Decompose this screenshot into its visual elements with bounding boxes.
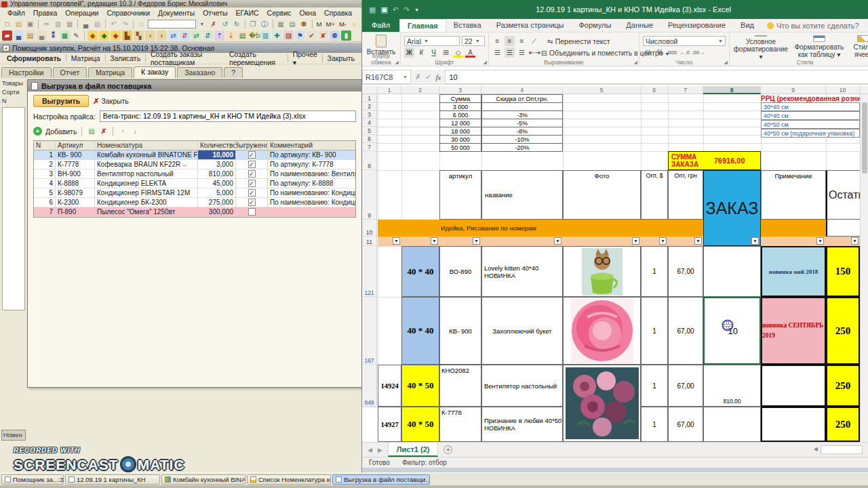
toolbar-icon[interactable]: ✔	[307, 30, 317, 41]
toolbar-icon[interactable]: ⚉	[330, 30, 340, 41]
tab-home[interactable]: Главная	[399, 19, 446, 32]
tab-view[interactable]: Вид	[733, 19, 762, 32]
search-clear-icon[interactable]: ✗	[209, 19, 219, 29]
borders-button[interactable]: ⊞	[441, 47, 451, 58]
cell-name[interactable]: Признание в любви 40*50 НОВИНКА	[481, 407, 563, 442]
toolbar-icon[interactable]: ◆	[111, 30, 121, 41]
qat-customize-icon[interactable]: ▼	[414, 7, 419, 12]
filter-dropdown-icon[interactable]: ▼	[473, 237, 480, 245]
name-box[interactable]: R167C8▼	[362, 70, 411, 84]
cell-order[interactable]	[703, 407, 761, 442]
toolbar-icon[interactable]: ▤	[25, 30, 35, 41]
toolbar-icon[interactable]: ✚	[272, 30, 282, 41]
add-button[interactable]: Добавить	[45, 127, 77, 136]
hdr-photo[interactable]: Фото	[563, 170, 641, 220]
hdr-name[interactable]: название	[481, 170, 563, 220]
cell[interactable]: -20%	[481, 143, 563, 152]
cell-opt-grn[interactable]: 67,00	[668, 246, 703, 297]
menu-file[interactable]: Файл	[4, 9, 28, 17]
search-dropdown-icon[interactable]: ▼	[197, 19, 208, 29]
dialog-launcher-icon[interactable]: ◢	[634, 60, 637, 65]
table-row[interactable]: 2К-7778Кофеварка BRAUN KF22R→3,000✓По ар…	[34, 160, 355, 169]
upload-button[interactable]: Выгрузить	[33, 95, 89, 107]
menu-reports[interactable]: Отчеты	[199, 9, 231, 17]
tip-icon[interactable]: ☼	[349, 19, 359, 29]
cut-icon[interactable]: ✂	[41, 19, 52, 29]
cell-note[interactable]: новинка СЕНТЯБРЬ 2019	[761, 297, 826, 365]
col-comment[interactable]: Комментарий	[268, 141, 355, 150]
align-middle-button[interactable]: ≡	[505, 36, 515, 46]
row-header[interactable]: 6	[362, 135, 377, 143]
toolbar-icon[interactable]: ▮	[341, 30, 351, 41]
column-header[interactable]: 5	[563, 86, 641, 94]
cell-opt-usd[interactable]: 1	[641, 365, 668, 407]
font-name-combo[interactable]: Arial▼	[404, 36, 460, 46]
toolbar-icon[interactable]: ⇵	[180, 30, 190, 41]
window-icon[interactable]: ❐	[248, 19, 258, 29]
new-doc-icon[interactable]: □	[2, 19, 12, 29]
row-header[interactable]: 121	[362, 246, 377, 297]
exported-checkbox[interactable]: ✓	[248, 180, 256, 187]
filter-dropdown-icon[interactable]: ▼	[816, 237, 824, 245]
tab-data[interactable]: Данные	[618, 19, 660, 32]
row-header[interactable]: 7	[362, 143, 377, 151]
cell-size[interactable]: 40*40 см	[761, 111, 860, 120]
formula-input[interactable]: 10	[445, 70, 868, 84]
dialog-launcher-icon[interactable]: ◢	[724, 60, 728, 65]
cell[interactable]	[826, 220, 860, 237]
column-header[interactable]: 7	[668, 86, 703, 94]
cmd-create-moves-button[interactable]: Создать перемещения	[225, 49, 287, 67]
tab-settings[interactable]: Настройки	[1, 67, 52, 78]
tab-ordered[interactable]: Заказано	[177, 67, 222, 78]
toolbar-icon[interactable]: ⇄	[168, 30, 178, 41]
fill-color-button[interactable]: ◇	[453, 47, 463, 58]
filter-dropdown-icon[interactable]: ▼	[659, 237, 667, 245]
redo-icon[interactable]: ↷	[120, 19, 130, 29]
tell-me-box[interactable]: Что вы хотите сделать?	[762, 19, 865, 32]
row-header[interactable]: 5	[362, 127, 377, 135]
exported-checkbox[interactable]: ✓	[248, 161, 256, 168]
toolbar-icon[interactable]: ◆	[99, 30, 109, 41]
cell-opt-grn[interactable]: 67,00	[668, 365, 703, 407]
tab-report[interactable]: Отчет	[53, 67, 87, 78]
col-quantity[interactable]: Количество	[198, 141, 236, 150]
row-header[interactable]: 9	[362, 170, 377, 220]
format-as-table-button[interactable]: Форматировать как таблицу ▾	[791, 35, 847, 58]
exported-checkbox[interactable]: ✓	[248, 189, 256, 197]
menu-documents[interactable]: Документы	[155, 9, 198, 17]
cell-order[interactable]	[703, 246, 761, 297]
undo-icon[interactable]: ↶	[108, 19, 119, 29]
increase-decimal-button[interactable]: ←.0	[679, 47, 690, 58]
cell[interactable]: 50 000	[439, 143, 481, 152]
move-down-icon[interactable]: ↓	[130, 127, 139, 136]
toolbar-icon[interactable]: ▨	[283, 30, 294, 41]
align-top-button[interactable]: ≡	[492, 36, 502, 46]
order-sum-cell[interactable]: СУММАЗАКАЗА 76916,00	[668, 151, 761, 170]
column-header[interactable]: 3	[439, 86, 481, 94]
row-header[interactable]: 10	[362, 220, 377, 237]
exported-checkbox[interactable]: ✓	[248, 170, 256, 178]
toolbar-icon[interactable]: ⇡	[214, 30, 224, 41]
toolbar-icon[interactable]: ⁑	[48, 30, 58, 41]
hdr-order-merged[interactable]: ЗАКАЗ	[703, 170, 761, 246]
cell-code[interactable]: 14927	[378, 407, 401, 442]
bold-button[interactable]: Ж	[404, 47, 414, 58]
indent-buttons[interactable]: ⇤⇥	[529, 47, 539, 58]
add-sheet-button[interactable]: +	[438, 443, 458, 457]
toolbar-icon[interactable]: ⚑	[295, 30, 305, 41]
toolbar-icon[interactable]: ▚	[134, 30, 144, 41]
horizontal-scrollbar[interactable]	[821, 445, 863, 454]
refresh-icon[interactable]: ↺	[220, 19, 231, 29]
row-header[interactable]: 4	[362, 119, 377, 127]
font-color-button[interactable]: А	[465, 47, 475, 58]
filter-dropdown-icon[interactable]: ▼	[393, 237, 400, 245]
conditional-formatting-button[interactable]: Условное форматирование ▾	[733, 35, 789, 58]
cell-opt-usd[interactable]: 1	[641, 297, 668, 365]
tab-insert[interactable]: Вставка	[446, 19, 489, 32]
sheet-tab[interactable]: Лист1 (2)	[388, 443, 439, 457]
table-row[interactable]: 5К-98079Кондиционер FIRMSTAR 12М5,000✓По…	[34, 188, 355, 198]
sheet-next-icon[interactable]: ▶	[378, 447, 382, 453]
percent-button[interactable]: %	[655, 47, 665, 58]
table-row[interactable]: 3ВН-900Вентилятор настольный810,000✓По н…	[34, 169, 355, 179]
menu-operations[interactable]: Операции	[62, 9, 102, 17]
